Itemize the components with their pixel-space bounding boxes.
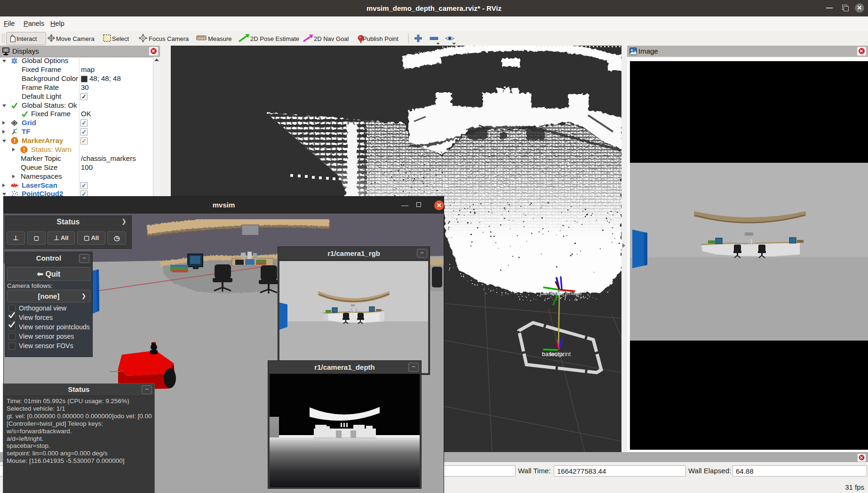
svg-text:link: link	[555, 351, 565, 358]
svg-text:depth: depth	[551, 290, 566, 297]
